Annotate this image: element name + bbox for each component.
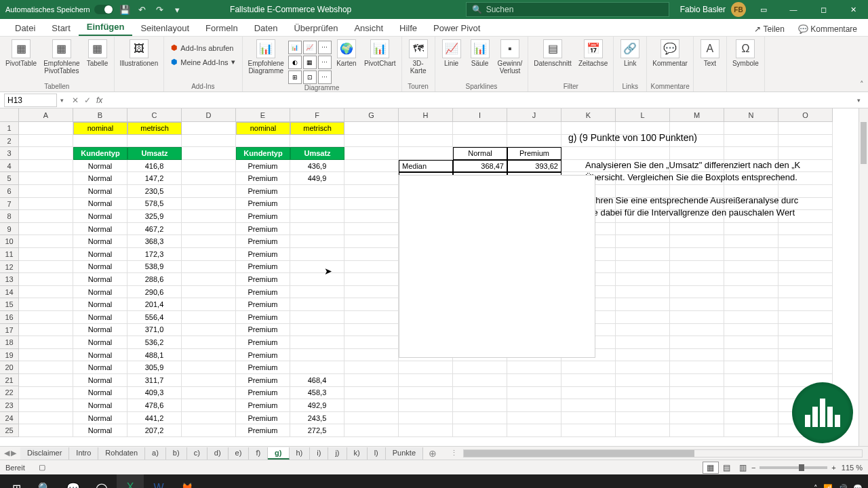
maximize-icon[interactable]: ◻: [811, 0, 835, 19]
cell[interactable]: [507, 135, 561, 148]
cell[interactable]: Normal: [73, 424, 127, 437]
cell[interactable]: [453, 424, 507, 437]
cell[interactable]: [19, 160, 73, 173]
my-addins-button[interactable]: ⬢Meine Add-Ins ▾: [167, 56, 239, 68]
cell[interactable]: [344, 210, 399, 223]
cell[interactable]: [507, 361, 561, 374]
cell[interactable]: [182, 147, 236, 160]
cell[interactable]: [344, 387, 399, 400]
cell[interactable]: [182, 160, 236, 173]
cell[interactable]: [670, 387, 724, 400]
cell[interactable]: [670, 248, 724, 261]
cell[interactable]: [182, 311, 236, 324]
cell[interactable]: 449,9: [290, 172, 344, 185]
cell[interactable]: [507, 399, 561, 412]
cell[interactable]: [182, 198, 236, 211]
view-normal-icon[interactable]: ▦: [703, 462, 719, 474]
cell[interactable]: Premium: [236, 336, 290, 349]
col-header-M[interactable]: M: [670, 108, 724, 122]
cell[interactable]: [399, 147, 453, 160]
cell[interactable]: Normal: [73, 198, 127, 211]
cell[interactable]: [670, 273, 724, 286]
comment-button[interactable]: 💬Kommentar: [650, 38, 690, 68]
ribbon-mode-icon[interactable]: ▭: [751, 0, 776, 19]
cell[interactable]: Premium: [236, 311, 290, 324]
cell[interactable]: Normal: [73, 374, 127, 387]
cell[interactable]: 393,62: [507, 160, 561, 173]
col-header-D[interactable]: D: [182, 108, 236, 122]
cell[interactable]: 536,2: [127, 336, 182, 349]
cell[interactable]: [19, 122, 73, 135]
cell[interactable]: [290, 198, 344, 211]
ribbon-tab-seitenlayout[interactable]: Seitenlayout: [132, 20, 197, 36]
cell[interactable]: 288,6: [127, 273, 182, 286]
cell[interactable]: metrisch: [290, 122, 344, 135]
user-avatar[interactable]: FB: [731, 2, 746, 17]
undo-icon[interactable]: ↶: [136, 3, 149, 16]
cell[interactable]: 243,5: [290, 412, 344, 425]
select-all-corner[interactable]: [0, 108, 19, 122]
cell[interactable]: Normal: [73, 223, 127, 236]
col-header-I[interactable]: I: [453, 108, 507, 122]
cell[interactable]: [19, 210, 73, 223]
col-header-A[interactable]: A: [19, 108, 73, 122]
col-header-N[interactable]: N: [724, 108, 778, 122]
taskbar-app1[interactable]: 💬: [60, 474, 87, 488]
cell[interactable]: 488,1: [127, 349, 182, 362]
view-pagelayout-icon[interactable]: ▤: [719, 462, 735, 474]
autosave-toggle[interactable]: Automatisches Speichern: [5, 5, 113, 14]
cell[interactable]: [670, 399, 724, 412]
cell[interactable]: [344, 248, 399, 261]
cell[interactable]: Premium: [236, 412, 290, 425]
cell[interactable]: [182, 361, 236, 374]
cell[interactable]: 409,3: [127, 387, 182, 400]
cell[interactable]: [616, 424, 670, 437]
cell[interactable]: [182, 286, 236, 299]
cell[interactable]: 325,9: [127, 210, 182, 223]
cell[interactable]: [344, 311, 399, 324]
cell[interactable]: [182, 324, 236, 337]
cell[interactable]: [182, 223, 236, 236]
cell[interactable]: 368,47: [453, 160, 507, 173]
formula-input[interactable]: [111, 94, 857, 107]
ribbon-tab-daten[interactable]: Daten: [246, 20, 286, 36]
row-header-23[interactable]: 23: [0, 399, 19, 412]
cell[interactable]: [724, 361, 778, 374]
cell[interactable]: [616, 361, 670, 374]
cell[interactable]: Normal: [73, 286, 127, 299]
col-header-C[interactable]: C: [127, 108, 182, 122]
cell[interactable]: [616, 324, 670, 337]
cell[interactable]: 311,7: [127, 374, 182, 387]
cell[interactable]: [19, 424, 73, 437]
cell[interactable]: [399, 399, 453, 412]
sheet-tab-Intro[interactable]: Intro: [69, 447, 98, 460]
cell[interactable]: [19, 248, 73, 261]
cell[interactable]: [724, 412, 778, 425]
cell[interactable]: [724, 336, 778, 349]
cell[interactable]: [399, 424, 453, 437]
macro-record-icon[interactable]: ▢: [39, 463, 45, 472]
cell[interactable]: [778, 261, 833, 274]
cell[interactable]: 305,9: [127, 361, 182, 374]
cell[interactable]: 468,4: [290, 374, 344, 387]
cell[interactable]: [724, 235, 778, 248]
cell[interactable]: [19, 324, 73, 337]
cell[interactable]: [724, 349, 778, 362]
cell[interactable]: [724, 399, 778, 412]
pivottable-button[interactable]: ▦PivotTable: [3, 38, 39, 68]
cell[interactable]: [616, 273, 670, 286]
ribbon-tab-datei[interactable]: Datei: [7, 20, 43, 36]
taskbar-word[interactable]: W: [145, 474, 172, 488]
cell[interactable]: [344, 336, 399, 349]
cell[interactable]: [399, 412, 453, 425]
cell[interactable]: Premium: [236, 374, 290, 387]
cell[interactable]: [778, 336, 833, 349]
cell[interactable]: [19, 172, 73, 185]
cell[interactable]: nominal: [73, 122, 127, 135]
cell[interactable]: [19, 185, 73, 198]
cell[interactable]: [182, 273, 236, 286]
toggle-switch[interactable]: [94, 5, 113, 14]
cell[interactable]: [453, 412, 507, 425]
cell[interactable]: [724, 147, 778, 160]
cell[interactable]: [19, 198, 73, 211]
